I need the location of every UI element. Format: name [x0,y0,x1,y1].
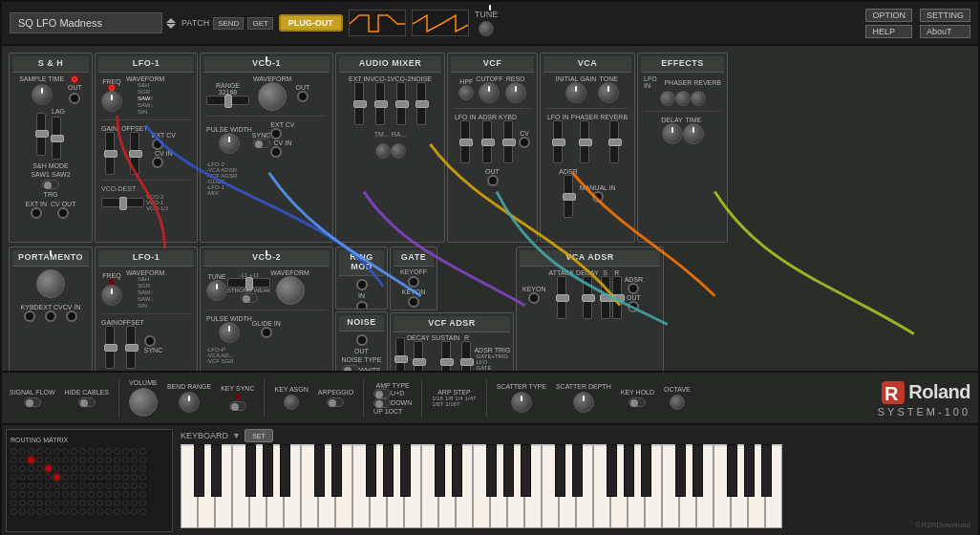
send-button[interactable]: SEND [213,17,244,30]
mdot-10[interactable] [96,448,103,455]
vco2-tune-knob[interactable] [206,280,227,301]
mdot-57[interactable] [88,474,95,481]
sh-out-jack[interactable] [69,93,80,104]
mdot-9[interactable] [88,448,95,455]
mdot-64[interactable] [11,482,17,489]
mdot-3[interactable] [36,448,43,455]
mdot-68[interactable] [45,482,52,489]
mdot-54[interactable] [62,474,69,481]
lfo2-wf-sh[interactable]: S&H [136,276,155,282]
sh-ext-in-jack[interactable] [31,207,42,219]
preset-arrows[interactable] [166,18,176,29]
mdot-37[interactable] [53,465,60,472]
lfo1-wf-sin[interactable]: SIN [136,109,155,115]
mixer-vco1-slider[interactable] [375,82,385,125]
mdot-20[interactable] [45,457,52,463]
preset-display[interactable]: SQ LFO Madness [10,12,162,33]
vca-adsr-sustain-slider[interactable] [601,276,610,319]
mdot-36[interactable] [45,465,52,472]
mdot-40[interactable] [79,465,86,472]
vca-adsr-keyon-jack[interactable] [528,292,540,304]
vca-tone-knob[interactable] [598,82,619,103]
portamento-ext-cv-jack[interactable] [45,310,56,322]
vco2-sync-slider[interactable] [227,278,270,288]
mdot-11[interactable] [105,448,112,455]
mdot-120[interactable] [79,508,86,515]
vcf-hpf-knob[interactable] [458,85,474,100]
plug-out-button[interactable]: PLUG-OUT [279,14,343,32]
scatter-type-knob[interactable] [511,392,532,413]
black-key-A#5[interactable] [641,444,651,497]
mdot-84[interactable] [45,491,52,498]
tune-knob[interactable] [479,21,494,36]
black-key-C#4[interactable] [435,444,445,497]
portamento-knob[interactable] [36,269,65,298]
mdot-101[interactable] [53,500,60,506]
mdot-42[interactable] [96,465,103,472]
about-button[interactable]: AbouT [920,25,970,38]
mdot-96[interactable] [11,500,17,506]
mdot-58[interactable] [96,474,103,481]
mdot-63[interactable] [139,474,146,481]
vca-adsr-release-slider[interactable] [612,276,622,319]
mdot-6[interactable] [62,448,69,455]
mdot-17[interactable] [19,457,26,463]
lfo1-cv-in-jack[interactable] [152,157,163,168]
lfo1-wf-sgr[interactable]: SGR [136,89,155,95]
setting-button[interactable]: SETTING [920,9,970,22]
vca-adsr-decay-slider[interactable] [583,276,592,319]
mdot-29[interactable] [122,457,129,463]
black-key-A#3[interactable] [400,444,411,497]
lfo1-gain-slider[interactable] [105,132,115,175]
mdot-122[interactable] [96,508,103,515]
vco1-range-slider[interactable] [206,96,249,105]
black-key-G#6[interactable] [744,444,755,497]
black-key-C#5[interactable] [555,444,565,497]
vco1-sync-toggle[interactable] [253,139,270,148]
option-button[interactable]: OPTION [865,9,912,22]
lfo1-ext-cv-jack[interactable] [152,139,163,150]
mdot-78[interactable] [131,482,138,489]
mdot-12[interactable] [114,448,120,455]
vca-initial-gain-knob[interactable] [565,82,586,103]
mdot-55[interactable] [71,474,77,481]
mdot-44[interactable] [114,465,120,472]
mixer-ext-in-slider[interactable] [354,82,364,125]
keyboard-settings-btn[interactable]: SET [245,429,273,442]
volume-knob[interactable] [129,388,158,417]
mdot-65[interactable] [19,482,26,489]
mdot-69[interactable] [53,482,60,489]
mdot-46[interactable] [131,465,138,472]
vco1-out-jack[interactable] [297,91,309,102]
mdot-1[interactable] [19,448,26,455]
lfo1-wf-saw1[interactable]: SAW↑ [136,96,155,101]
vco1-pw-knob[interactable] [219,133,240,154]
vco2-waveform-knob[interactable] [276,276,305,305]
mixer-noise-slider[interactable] [416,82,426,125]
ring-out-jack[interactable] [356,301,368,310]
mdot-25[interactable] [88,457,95,463]
mdot-15[interactable] [139,448,146,455]
mdot-16[interactable] [11,457,17,463]
lfo1-freq-knob[interactable] [101,91,122,112]
amp-down-toggle[interactable] [373,398,391,408]
vca-adsr-attack-slider[interactable] [557,276,566,319]
mdot-72[interactable] [79,482,86,489]
lag-slider[interactable] [52,117,61,160]
mdot-38[interactable] [62,465,69,472]
key-hold-toggle[interactable] [628,397,646,407]
black-key-G#3[interactable] [383,444,394,497]
noise-out-jack[interactable] [356,334,368,346]
key-asgn-knob[interactable] [284,395,299,410]
mdot-30[interactable] [131,457,138,463]
vca-adsr-out-jack[interactable] [628,301,639,312]
vcf-adsr-release-slider[interactable] [461,341,471,371]
vcf-cv-jack[interactable] [519,137,530,148]
mdot-28[interactable] [114,457,120,463]
effects-lfo-knob[interactable] [660,91,675,106]
mdot-104[interactable] [79,500,86,506]
black-key-F#6[interactable] [727,444,737,497]
vca-lfo-slider[interactable] [553,120,563,163]
mdot-62[interactable] [131,474,138,481]
mdot-27[interactable] [105,457,112,463]
